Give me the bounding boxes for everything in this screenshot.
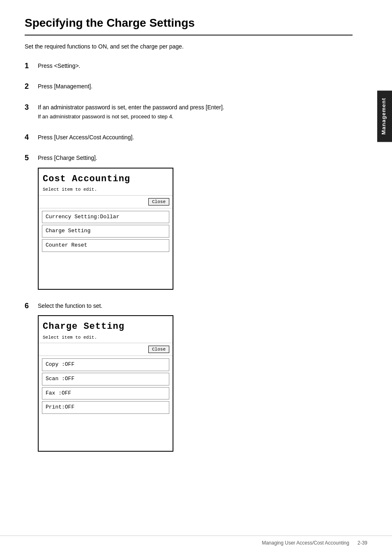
charge-setting-title: Charge Setting bbox=[43, 319, 168, 334]
page-subtitle: Set the required functions to ON, and se… bbox=[25, 43, 353, 50]
list-item[interactable]: Scan :OFF bbox=[42, 373, 169, 385]
step-3-text: If an administrator password is set, ent… bbox=[38, 104, 224, 111]
chapter-tab-label: Management bbox=[380, 98, 387, 134]
list-item[interactable]: Fax :OFF bbox=[42, 387, 169, 400]
title-divider bbox=[25, 35, 353, 36]
step-6: 6 Select the function to set. Charge Set… bbox=[25, 301, 353, 452]
cost-accounting-screen: Cost Accounting Select item to edit. Clo… bbox=[38, 168, 173, 290]
list-item[interactable]: Charge Setting bbox=[42, 225, 169, 238]
charge-setting-screen: Charge Setting Select item to edit. Clos… bbox=[38, 315, 173, 452]
charge-setting-list: Copy :OFF Scan :OFF Fax :OFF Print:OFF bbox=[39, 356, 173, 418]
step-1-number: 1 bbox=[25, 61, 38, 70]
step-2-text: Press [Management]. bbox=[38, 83, 92, 90]
charge-setting-close-btn[interactable]: Close bbox=[148, 346, 169, 353]
cost-accounting-subtitle: Select item to edit. bbox=[43, 186, 168, 194]
list-item[interactable]: Copy :OFF bbox=[42, 358, 169, 371]
page-title: Specifying the Charge Settings bbox=[25, 16, 353, 32]
step-2: 2 Press [Management]. bbox=[25, 82, 353, 91]
charge-setting-toolbar: Close bbox=[39, 343, 173, 356]
step-5-number: 5 bbox=[25, 153, 38, 162]
cost-accounting-list: Currency Setting:Dollar Charge Setting C… bbox=[39, 208, 173, 256]
list-item[interactable]: Currency Setting:Dollar bbox=[42, 211, 169, 224]
cost-accounting-toolbar: Close bbox=[39, 196, 173, 208]
step-4: 4 Press [User Access/Cost Accounting]. bbox=[25, 133, 353, 142]
step-5: 5 Press [Charge Setting]. Cost Accountin… bbox=[25, 153, 353, 290]
step-6-number: 6 bbox=[25, 301, 38, 310]
step-3: 3 If an administrator password is set, e… bbox=[25, 103, 353, 121]
step-5-text: Press [Charge Setting]. bbox=[38, 155, 97, 161]
footer-text: Managing User Access/Cost Accounting bbox=[262, 540, 349, 546]
charge-setting-subtitle: Select item to edit. bbox=[43, 334, 168, 342]
cost-accounting-header: Cost Accounting Select item to edit. bbox=[39, 169, 173, 196]
chapter-tab: Management bbox=[377, 90, 392, 142]
cost-accounting-close-btn[interactable]: Close bbox=[148, 198, 169, 205]
step-1-text: Press <Setting>. bbox=[38, 62, 81, 69]
step-4-text: Press [User Access/Cost Accounting]. bbox=[38, 134, 134, 141]
step-4-number: 4 bbox=[25, 133, 38, 142]
page-footer: Managing User Access/Cost Accounting 2-3… bbox=[0, 536, 392, 546]
footer-page: 2-39 bbox=[357, 540, 367, 546]
page-container: Management Specifying the Charge Setting… bbox=[0, 0, 392, 554]
cost-accounting-title: Cost Accounting bbox=[43, 172, 168, 186]
step-3-subtext: If an administrator password is not set,… bbox=[38, 113, 224, 121]
step-6-text: Select the function to set. bbox=[38, 302, 102, 309]
charge-setting-empty-area bbox=[39, 418, 173, 451]
main-content: Specifying the Charge Settings Set the r… bbox=[0, 0, 392, 488]
step-2-number: 2 bbox=[25, 82, 38, 91]
list-item[interactable]: Print:OFF bbox=[42, 401, 169, 414]
step-1: 1 Press <Setting>. bbox=[25, 61, 353, 70]
charge-setting-header: Charge Setting Select item to edit. bbox=[39, 316, 173, 343]
cost-accounting-empty-area bbox=[39, 256, 173, 289]
step-3-number: 3 bbox=[25, 103, 38, 112]
list-item[interactable]: Counter Reset bbox=[42, 239, 169, 252]
